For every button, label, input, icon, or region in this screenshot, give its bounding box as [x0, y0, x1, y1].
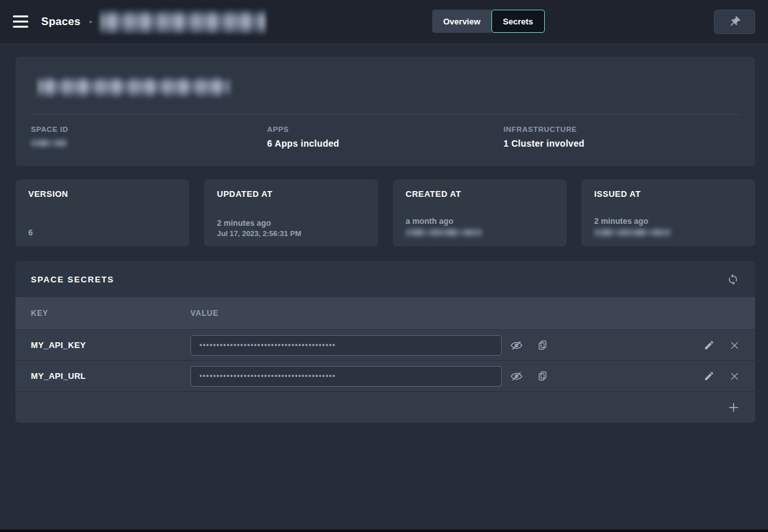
stat-value: 6 — [28, 228, 176, 237]
toggle-visibility-button[interactable] — [509, 338, 524, 353]
stat-timestamp-redacted — [594, 228, 670, 237]
pencil-icon — [704, 371, 715, 381]
plus-icon — [727, 401, 740, 414]
stat-card-version: VERSION 6 — [15, 179, 189, 246]
add-secret-button[interactable] — [725, 399, 742, 416]
pin-button[interactable] — [714, 10, 755, 34]
view-tabs: Overview Secrets — [432, 10, 545, 33]
secrets-footer — [15, 391, 755, 423]
secret-value-input[interactable]: •••••••••••••••••••••••••••••••••••••••• — [190, 366, 502, 387]
column-header-value: VALUE — [190, 309, 219, 318]
page-title: Spaces — [41, 15, 80, 28]
space-name-redacted — [100, 10, 266, 34]
stat-label: CREATED AT — [406, 189, 554, 199]
secrets-title: SPACE SECRETS — [31, 275, 114, 284]
stat-card-updated-at: UPDATED AT 2 minutes ago Jul 17, 2023, 2… — [204, 179, 378, 246]
overview-fields: SPACE ID APPS 6 Apps included INFRASTRUC… — [31, 115, 740, 151]
stat-label: UPDATED AT — [217, 189, 365, 199]
field-apps: APPS 6 Apps included — [267, 125, 503, 151]
space-id-value-redacted — [31, 138, 67, 148]
stat-card-created-at: CREATED AT a month ago — [393, 179, 567, 246]
breadcrumb-separator: • — [89, 16, 92, 27]
close-icon — [729, 340, 740, 351]
stat-relative-time: 2 minutes ago — [594, 217, 742, 226]
table-row: MY_API_KEY •••••••••••••••••••••••••••••… — [15, 329, 755, 360]
bottom-edge — [0, 529, 768, 532]
stat-cards: VERSION 6 UPDATED AT 2 minutes ago Jul 1… — [15, 179, 755, 246]
refresh-button[interactable] — [724, 271, 741, 288]
field-label: SPACE ID — [31, 125, 267, 133]
field-label: APPS — [267, 125, 503, 133]
copy-button[interactable] — [535, 369, 550, 384]
refresh-icon — [727, 273, 739, 286]
tab-overview[interactable]: Overview — [432, 10, 491, 33]
pencil-icon — [704, 340, 715, 351]
copy-button[interactable] — [535, 338, 550, 353]
field-infrastructure: INFRASTRUCTURE 1 Cluster involved — [504, 125, 740, 151]
column-header-key: KEY — [15, 309, 190, 318]
top-bar: Spaces • Overview Secrets — [0, 0, 768, 43]
secret-key: MY_API_URL — [15, 371, 190, 381]
main-content: SPACE ID APPS 6 Apps included INFRASTRUC… — [0, 43, 768, 423]
eye-off-icon — [510, 339, 523, 352]
stat-relative-time: a month ago — [406, 217, 554, 226]
field-value: 6 Apps included — [267, 138, 503, 149]
space-secrets-section: SPACE SECRETS KEY VALUE MY_API_KEY •••••… — [15, 261, 755, 423]
close-icon — [729, 371, 740, 381]
space-overview-card: SPACE ID APPS 6 Apps included INFRASTRUC… — [15, 57, 755, 166]
copy-icon — [537, 340, 548, 351]
secrets-header: SPACE SECRETS — [15, 261, 755, 297]
field-label: INFRASTRUCTURE — [504, 125, 740, 133]
pushpin-icon — [728, 15, 741, 28]
field-value: 1 Cluster involved — [504, 138, 740, 149]
stat-timestamp: Jul 17, 2023, 2:56:31 PM — [217, 230, 365, 237]
copy-icon — [537, 371, 548, 381]
edit-button[interactable] — [701, 369, 717, 384]
delete-button[interactable] — [727, 338, 742, 353]
edit-button[interactable] — [701, 338, 717, 353]
secrets-column-headers: KEY VALUE — [15, 297, 755, 329]
secret-value-input[interactable]: •••••••••••••••••••••••••••••••••••••••• — [190, 335, 502, 356]
delete-button[interactable] — [727, 369, 742, 384]
secret-key: MY_API_KEY — [15, 340, 190, 350]
stat-relative-time: 2 minutes ago — [217, 219, 365, 228]
table-row: MY_API_URL •••••••••••••••••••••••••••••… — [15, 360, 755, 391]
field-space-id: SPACE ID — [31, 125, 267, 151]
toggle-visibility-button[interactable] — [509, 369, 524, 384]
stat-timestamp-redacted — [406, 228, 482, 237]
eye-off-icon — [510, 370, 523, 383]
space-title-redacted — [37, 76, 230, 98]
hamburger-menu-icon[interactable] — [13, 14, 31, 30]
tab-secrets[interactable]: Secrets — [491, 10, 545, 33]
stat-card-issued-at: ISSUED AT 2 minutes ago — [581, 179, 755, 246]
stat-label: VERSION — [28, 189, 176, 199]
stat-label: ISSUED AT — [594, 189, 742, 199]
